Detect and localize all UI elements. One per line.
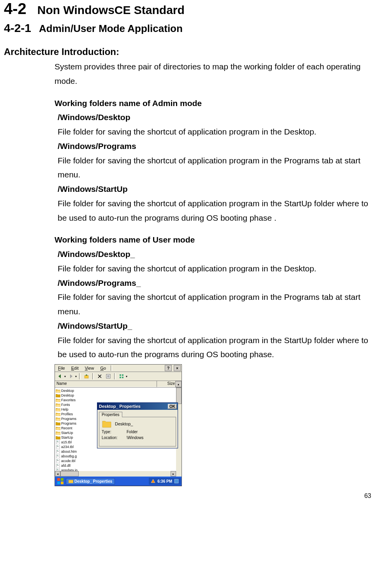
list-item[interactable]: Programs [56, 416, 102, 421]
system-tray: 6:36 PM [149, 478, 181, 485]
list-item[interactable]: StartUp [56, 430, 102, 435]
svg-rect-15 [57, 441, 58, 441]
menu-separator [111, 365, 112, 371]
file-icon [56, 459, 60, 463]
list-item[interactable]: acode.tbl [56, 459, 102, 463]
list-item[interactable]: a234.tbl [56, 445, 102, 449]
menu-file[interactable]: File [56, 366, 67, 370]
horizontal-scrollbar[interactable]: ◂ ▸ [55, 471, 176, 476]
svg-rect-28 [57, 460, 59, 461]
list-item[interactable]: Favorites [56, 398, 102, 402]
list-item-label: StartUp [61, 436, 73, 439]
clock[interactable]: 6:36 PM [157, 479, 172, 484]
scroll-left-button[interactable]: ◂ [55, 471, 60, 476]
start-button[interactable] [56, 477, 65, 485]
up-folder-button[interactable] [83, 373, 90, 380]
properties-name: Desktop_ [115, 422, 133, 426]
forward-button[interactable] [67, 373, 74, 380]
show-desktop-icon[interactable] [174, 478, 179, 484]
view-button[interactable] [118, 373, 125, 380]
view-dropdown-icon[interactable]: ▾ [126, 375, 127, 378]
heading-4-2-1-title: Admin/User Mode Application [39, 23, 183, 35]
heading-4-2-1: 4-2-1 Admin/User Mode Application [4, 21, 375, 35]
svg-rect-16 [57, 442, 59, 442]
ok-button[interactable]: OK [168, 404, 177, 409]
menu-go[interactable]: Go [98, 366, 108, 370]
column-name[interactable]: Name [55, 381, 157, 387]
list-item[interactable]: Programs [56, 421, 102, 426]
svg-rect-31 [57, 465, 59, 466]
scroll-thumb-h[interactable] [60, 471, 79, 476]
list-item[interactable]: Desktop [56, 393, 102, 398]
explorer-screenshot: File Edit View Go ? × ▾ ▾ [55, 364, 182, 486]
svg-rect-24 [57, 455, 58, 455]
properties-titlebar[interactable]: Desktop_ Properties OK [97, 403, 178, 410]
user-mode-heading: Working folders name of User mode [55, 233, 375, 247]
svg-rect-46 [57, 482, 60, 484]
admin-folder-startup-name: /Windows/StartUp [58, 182, 375, 197]
properties-tab[interactable]: Properties [99, 412, 122, 417]
list-item-label: about.htm [61, 450, 77, 453]
user-folder-programs-name: /Windows/Programs_ [58, 276, 375, 290]
user-folder-programs-desc: File folder for saving the shortcut of a… [58, 290, 375, 319]
back-dropdown-icon[interactable]: ▾ [64, 375, 66, 378]
folder-open-icon [56, 403, 60, 407]
taskbar-item[interactable]: Desktop_ Properties [66, 478, 115, 485]
svg-rect-18 [57, 446, 58, 446]
menu-view[interactable]: View [83, 366, 97, 370]
svg-rect-30 [57, 464, 58, 465]
list-item-label: aboutbg.g [61, 454, 77, 458]
menubar: File Edit View Go ? × [55, 365, 182, 372]
taskbar-item-icon [69, 479, 73, 483]
column-headers: Name Size ▴ [55, 381, 182, 388]
list-item[interactable]: aboutbg.g [56, 454, 102, 459]
heading-4-2-num: 4-2 [4, 0, 26, 18]
list-item[interactable]: Desktop [56, 388, 102, 393]
admin-folder-programs-desc: File folder for saving the shortcut of a… [58, 154, 375, 182]
list-item[interactable]: about.htm [56, 449, 102, 454]
forward-dropdown-icon[interactable]: ▾ [75, 375, 77, 378]
help-button[interactable]: ? [165, 365, 172, 371]
folder-open-icon [56, 412, 60, 416]
list-item-label: a234.tbl [61, 445, 74, 449]
svg-rect-19 [57, 446, 59, 447]
list-item-label: Programs [61, 422, 76, 425]
svg-marker-1 [70, 374, 72, 378]
list-item[interactable]: Profiles [56, 412, 102, 416]
folder-open-icon [56, 431, 60, 435]
properties-button[interactable] [105, 373, 112, 380]
back-button[interactable] [56, 373, 63, 380]
scroll-thumb-v[interactable] [176, 388, 182, 404]
list-item[interactable]: Help [56, 407, 102, 412]
list-item-label: Fonts [61, 403, 70, 407]
tray-icon[interactable] [150, 478, 156, 484]
list-item[interactable]: Fonts [56, 402, 102, 407]
scroll-right-button[interactable]: ▸ [171, 471, 176, 476]
list-item[interactable]: afd.dll [56, 463, 102, 468]
scroll-up-button[interactable]: ▴ [175, 381, 182, 387]
svg-rect-10 [120, 374, 121, 376]
svg-rect-44 [57, 478, 60, 481]
list-item-label: Programs [61, 417, 76, 421]
toolbar: ▾ ▾ ▾ [55, 372, 182, 381]
list-item[interactable]: Recent [56, 426, 102, 430]
svg-rect-50 [175, 479, 178, 483]
folder-icon [56, 393, 60, 397]
heading-4-2-title: Non WindowsCE Standard [37, 4, 185, 17]
list-item-label: Favorites [61, 398, 76, 402]
list-item[interactable]: StartUp [56, 435, 102, 440]
svg-rect-22 [57, 451, 59, 452]
page-number: 63 [4, 492, 375, 499]
toolbar-separator-1 [79, 373, 81, 379]
svg-marker-3 [85, 374, 88, 375]
file-icon [56, 440, 60, 444]
list-item-label: Recent [61, 426, 72, 430]
file-icon [56, 454, 60, 458]
menu-edit[interactable]: Edit [69, 366, 81, 370]
list-item[interactable]: a15.tbl [56, 440, 102, 445]
folder-icon [56, 436, 60, 439]
list-item-label: Desktop [61, 389, 74, 393]
delete-button[interactable] [96, 373, 103, 380]
svg-rect-12 [120, 377, 121, 378]
close-button[interactable]: × [174, 365, 181, 371]
